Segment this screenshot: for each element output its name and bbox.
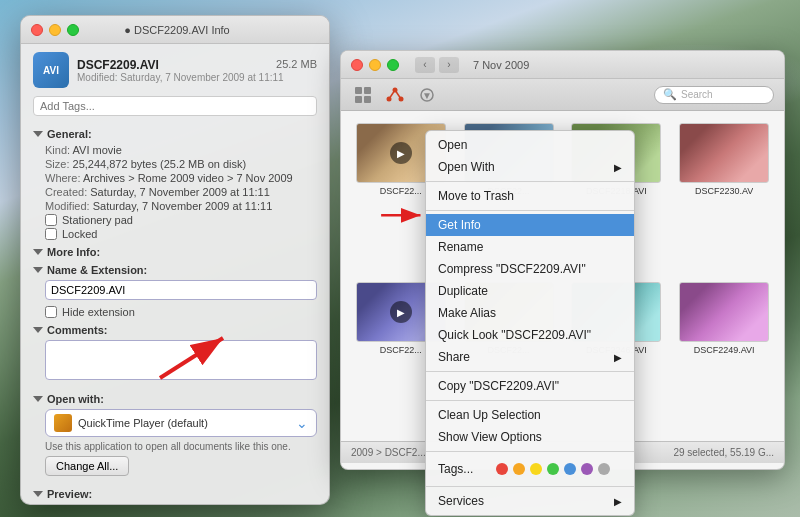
kind-row: Kind: AVI movie — [33, 144, 317, 156]
stationery-checkbox[interactable] — [45, 214, 57, 226]
tag-dot-green[interactable] — [547, 463, 559, 475]
services-submenu-arrow-icon: ▶ — [614, 496, 622, 507]
panel-title: ● DSCF2209.AVI Info — [35, 24, 319, 36]
thumbnail-item-4[interactable]: DSCF2230.AV — [672, 119, 776, 274]
menu-item-quicklook[interactable]: Quick Look "DSCF2209.AVI" — [426, 324, 634, 346]
open-with-row[interactable]: QuickTime Player (default) ⌄ — [45, 409, 317, 437]
finder-toolbar: ▼ 🔍 Search — [341, 79, 784, 111]
menu-item-compress[interactable]: Compress "DSCF2209.AVI" — [426, 258, 634, 280]
open-with-description: Use this application to open all documen… — [33, 441, 317, 452]
color-dots-row — [484, 459, 622, 479]
finder-min-btn[interactable] — [369, 59, 381, 71]
menu-item-rename[interactable]: Rename — [426, 236, 634, 258]
share-btn[interactable] — [383, 84, 407, 106]
filename-field[interactable] — [45, 280, 317, 300]
menu-item-copy[interactable]: Copy "DSCF2209.AVI" — [426, 375, 634, 397]
menu-item-cleanup[interactable]: Clean Up Selection — [426, 404, 634, 426]
menu-item-open-with[interactable]: Open With ▶ — [426, 156, 634, 178]
svg-rect-7 — [364, 96, 371, 103]
size-label: Size: — [45, 158, 69, 170]
menu-open-with-label: Open With — [438, 160, 495, 174]
hide-ext-checkbox[interactable] — [45, 306, 57, 318]
size-value: 25,244,872 bytes (25.2 MB on disk) — [73, 158, 247, 170]
dropdown-arrow-icon: ⌄ — [296, 415, 308, 431]
menu-separator-5 — [426, 451, 634, 452]
tag-dot-yellow[interactable] — [530, 463, 542, 475]
size-row: Size: 25,244,872 bytes (25.2 MB on disk) — [33, 158, 317, 170]
tag-dot-blue[interactable] — [564, 463, 576, 475]
thumb-label-4: DSCF2230.AV — [695, 186, 753, 196]
menu-services-label: Services — [438, 494, 484, 508]
search-placeholder: Search — [681, 89, 713, 100]
menu-item-alias[interactable]: Make Alias — [426, 302, 634, 324]
back-button[interactable]: ‹ — [415, 57, 435, 73]
locked-checkbox[interactable] — [45, 228, 57, 240]
menu-item-services[interactable]: Services ▶ — [426, 490, 634, 512]
forward-button[interactable]: › — [439, 57, 459, 73]
menu-item-open[interactable]: Open — [426, 134, 634, 156]
file-info-header: 25.2 MB DSCF2209.AVI Modified: Saturday,… — [77, 58, 317, 83]
change-all-button[interactable]: Change All... — [45, 456, 129, 476]
menu-item-trash[interactable]: Move to Trash — [426, 185, 634, 207]
tags-input[interactable] — [33, 96, 317, 116]
red-arrow-openwith — [155, 333, 235, 383]
view-icon-btn[interactable] — [351, 84, 375, 106]
finder-close-btn[interactable] — [351, 59, 363, 71]
menu-separator-6 — [426, 486, 634, 487]
play-button-icon: ▶ — [390, 142, 412, 164]
open-with-section: Open with: — [33, 393, 317, 405]
name-ext-label: Name & Extension: — [47, 264, 147, 276]
more-info-section: More Info: — [33, 246, 317, 258]
svg-rect-4 — [355, 87, 362, 94]
app-name-label: QuickTime Player (default) — [78, 417, 290, 429]
menu-get-info-label: Get Info — [438, 218, 481, 232]
more-info-label: More Info: — [47, 246, 100, 258]
svg-line-3 — [160, 338, 223, 378]
general-section-header: General: — [33, 128, 317, 140]
stationery-label: Stationery pad — [62, 214, 133, 226]
menu-compress-label: Compress "DSCF2209.AVI" — [438, 262, 586, 276]
svg-text:▼: ▼ — [422, 90, 432, 101]
menu-separator-4 — [426, 400, 634, 401]
search-box[interactable]: 🔍 Search — [654, 86, 774, 104]
menu-item-share[interactable]: Share ▶ — [426, 346, 634, 368]
menu-item-get-info[interactable]: Get Info — [426, 214, 634, 236]
modified2-label: Modified: — [45, 200, 90, 212]
finder-max-btn[interactable] — [387, 59, 399, 71]
kind-label: Kind: — [45, 144, 70, 156]
menu-separator-3 — [426, 371, 634, 372]
menu-item-view-options[interactable]: Show View Options — [426, 426, 634, 448]
tag-dot-red[interactable] — [496, 463, 508, 475]
play-button-icon-2: ▶ — [390, 301, 412, 323]
open-with-label: Open with: — [47, 393, 104, 405]
menu-separator-1 — [426, 181, 634, 182]
thumbnail-item-8[interactable]: DSCF2249.AVI — [672, 278, 776, 433]
share-submenu-arrow-icon: ▶ — [614, 352, 622, 363]
tag-dot-gray[interactable] — [598, 463, 610, 475]
tag-dot-purple[interactable] — [581, 463, 593, 475]
menu-item-tags[interactable]: Tags... — [426, 455, 634, 483]
menu-tags-label: Tags... — [438, 462, 473, 476]
thumb-label-8: DSCF2249.AVI — [694, 345, 755, 355]
file-header: AVI 25.2 MB DSCF2209.AVI Modified: Satur… — [33, 52, 317, 88]
stationery-row: Stationery pad — [33, 214, 317, 226]
svg-line-12 — [395, 90, 401, 99]
name-ext-section: Name & Extension: — [33, 264, 317, 276]
locked-label: Locked — [62, 228, 97, 240]
file-modified: Modified: Saturday, 7 November 2009 at 1… — [77, 72, 317, 83]
tag-dot-orange[interactable] — [513, 463, 525, 475]
created-row: Created: Saturday, 7 November 2009 at 11… — [33, 186, 317, 198]
locked-row: Locked — [33, 228, 317, 240]
menu-open-label: Open — [438, 138, 467, 152]
info-panel-content: AVI 25.2 MB DSCF2209.AVI Modified: Satur… — [21, 44, 329, 504]
file-type-icon: AVI — [33, 52, 69, 88]
menu-duplicate-label: Duplicate — [438, 284, 488, 298]
kind-value: AVI movie — [73, 144, 122, 156]
action-btn[interactable]: ▼ — [415, 84, 439, 106]
general-label: General: — [47, 128, 92, 140]
menu-item-duplicate[interactable]: Duplicate — [426, 280, 634, 302]
triangle-icon-5 — [33, 396, 43, 402]
breadcrumb: 2009 > DSCF2... — [351, 447, 426, 458]
triangle-icon-2 — [33, 249, 43, 255]
created-label: Created: — [45, 186, 87, 198]
